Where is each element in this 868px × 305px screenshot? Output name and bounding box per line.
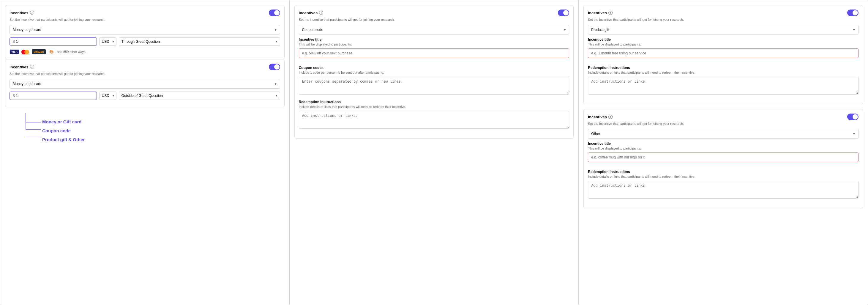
info-icon-2[interactable]: i [30,65,34,69]
incentive-title-input-5[interactable] [588,152,859,162]
incentive-title-sublabel-4: This will be displayed to participants. [588,42,859,46]
incentive-type-select-3[interactable]: Money or gift card Coupon code Product g… [299,25,569,34]
incentive-type-select-4[interactable]: Money or gift card Coupon code Product g… [588,25,859,34]
incentive-title-field: Incentive title This will be displayed t… [299,37,569,62]
method-select-wrap-1: Through Great Question Outside of Great … [119,37,280,46]
annotation-line-3: Product gift & Other [42,135,85,144]
redemption-textarea-5[interactable] [588,181,859,199]
toggle-2[interactable] [269,64,280,70]
card-header-1: Incentives i [9,9,280,16]
coupon-codes-field: Coupon codes Include 1 code per person t… [299,66,569,96]
incentive-type-select-3-wrap: Money or gift card Coupon code Product g… [299,25,569,34]
incentives-card-3: Incentives i Set the incentive that part… [294,5,574,139]
card-title-3: Incentives i [299,11,323,15]
payment-icons-1: VISA amazon 🎨 and 859 other ways. [9,49,280,55]
coupon-codes-textarea[interactable] [299,77,569,94]
incentive-title-sublabel: This will be displayed to participants. [299,42,569,46]
panel-3: Incentives i Set the incentive that part… [579,0,868,305]
page-wrapper: Incentives i Set the incentive that part… [0,0,868,305]
incentive-type-select-2-wrap: Money or gift card Coupon code Product g… [9,79,280,89]
redemption-sublabel-5: Include details or links that participan… [588,175,859,178]
card-title-1: Incentives i [9,11,34,15]
redemption-textarea-2[interactable] [299,111,569,129]
incentive-title-label: Incentive title [299,37,569,41]
info-icon-5[interactable]: i [608,115,613,119]
card-subtitle-4: Set the incentive that participants will… [588,18,859,22]
redemption-label-5: Redemption instructions [588,170,859,174]
title-text-1: Incentives [9,11,29,15]
info-icon-1[interactable]: i [30,11,34,15]
card-subtitle-3: Set the incentive that participants will… [299,18,569,22]
card-header-5: Incentives i [588,114,859,120]
incentives-card-5: Incentives i Set the incentive that part… [583,109,863,208]
incentive-title-field-4: Incentive title This will be displayed t… [588,37,859,62]
redemption-field-2: Redemption instructions Include details … [299,100,569,130]
card-subtitle-5: Set the incentive that participants will… [588,122,859,125]
redemption-label-2: Redemption instructions [299,100,569,104]
currency-select-wrap-1: USD EUR GBP ▼ [99,37,117,46]
incentive-type-select-1[interactable]: Money or gift card Coupon code Product g… [9,25,280,34]
coupon-codes-sublabel: Include 1 code per person to be sent out… [299,71,569,74]
incentives-card-4: Incentives i Set the incentive that part… [583,5,863,104]
title-text-2: Incentives [9,65,29,69]
incentive-title-label-5: Incentive title [588,142,859,146]
card-title-5: Incentives i [588,115,613,119]
currency-select-wrap-2: USD EUR GBP ▼ [99,92,117,100]
title-text-5: Incentives [588,115,607,119]
apple-icon: 🎨 [48,49,55,54]
panel-2: Incentives i Set the incentive that part… [290,0,579,305]
incentive-type-select-4-wrap: Money or gift card Coupon code Product g… [588,25,859,34]
incentive-type-select-1-wrap: Money or gift card Coupon code Product g… [9,25,280,34]
card-subtitle-1: Set the incentive that participants will… [9,18,280,22]
annotation-area: Money or Gift card Coupon code Product g… [5,113,285,155]
visa-icon: VISA [9,49,19,54]
incentive-title-input[interactable] [299,49,569,58]
info-icon-3[interactable]: i [319,11,323,15]
coupon-codes-label: Coupon codes [299,66,569,70]
amount-input-wrap-2: $ [9,92,97,100]
incentive-type-select-5[interactable]: Money or gift card Coupon code Product g… [588,129,859,139]
currency-select-1[interactable]: USD EUR GBP [99,37,117,46]
annotation-text: Money or Gift card Coupon code Product g… [42,117,85,144]
method-select-1[interactable]: Through Great Question Outside of Great … [119,37,280,46]
panel-1: Incentives i Set the incentive that part… [0,0,290,305]
incentives-card-1: Incentives i Set the incentive that part… [5,5,285,59]
incentive-title-sublabel-5: This will be displayed to participants. [588,147,859,150]
info-icon-4[interactable]: i [608,11,613,15]
redemption-label-4: Redemption instructions [588,66,859,70]
annotation-line-1: Money or Gift card [42,117,85,126]
card-header-2: Incentives i [9,64,280,70]
redemption-textarea-4[interactable] [588,77,859,94]
incentives-card-2: Incentives i Set the incentive that part… [5,59,285,107]
card-header-3: Incentives i [299,9,569,16]
title-text-4: Incentives [588,11,607,15]
amount-input-2[interactable] [16,94,25,98]
currency-select-2[interactable]: USD EUR GBP [99,92,117,100]
amount-row-1: $ USD EUR GBP ▼ Through Great Question O… [9,37,280,46]
card-title-2: Incentives i [9,65,34,69]
method-select-2[interactable]: Through Great Question Outside of Great … [119,92,280,100]
incentive-type-select-2[interactable]: Money or gift card Coupon code Product g… [9,79,280,89]
redemption-sublabel-2: Include details or links that participan… [299,105,569,109]
incentive-type-select-5-wrap: Money or gift card Coupon code Product g… [588,129,859,139]
toggle-5[interactable] [847,114,859,120]
toggle-4[interactable] [847,9,859,16]
dollar-sign-2: $ [13,94,15,98]
annotation-line-2: Coupon code [42,126,85,135]
redemption-field-4: Redemption instructions Include details … [588,66,859,96]
dollar-sign-1: $ [13,39,15,44]
card-subtitle-2: Set the incentive that participants will… [9,72,280,75]
incentive-title-input-4[interactable] [588,49,859,58]
toggle-1[interactable] [269,9,280,16]
redemption-sublabel-4: Include details or links that participan… [588,71,859,74]
amount-input-wrap-1: $ [9,37,97,46]
amount-input-1[interactable] [16,39,25,44]
card-header-4: Incentives i [588,9,859,16]
amount-row-2: $ USD EUR GBP ▼ Through Great Question O… [9,92,280,100]
card-title-4: Incentives i [588,11,613,15]
redemption-field-5: Redemption instructions Include details … [588,170,859,200]
toggle-3[interactable] [558,9,569,16]
amazon-icon: amazon [32,49,46,54]
incentive-title-field-5: Incentive title This will be displayed t… [588,142,859,165]
title-text-3: Incentives [299,11,318,15]
